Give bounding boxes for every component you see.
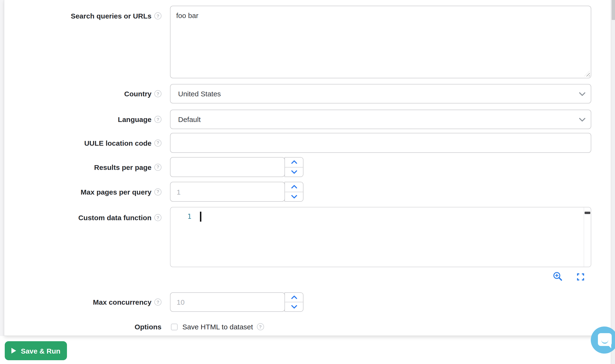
stepper-down-button[interactable] [285,192,303,201]
language-select-value: Default [178,115,201,123]
form-row-options: Options Save HTML to dataset ? [4,323,611,331]
save-and-run-label: Save & Run [21,347,61,355]
help-icon[interactable]: ? [154,116,161,123]
form-row-results-per-page: Results per page ? [4,157,611,177]
max-concurrency-stepper [284,292,304,312]
country-select[interactable]: United States [170,84,591,104]
help-glyph: ? [157,141,159,145]
chevron-down-icon [579,92,586,96]
save-and-run-button[interactable]: Save & Run [5,341,67,360]
stepper-down-button[interactable] [285,167,303,177]
form-row-search-queries: Search queries or URLs ? foo bar [4,6,611,78]
editor-scrollbar-thumb[interactable] [585,212,590,214]
code-editor[interactable]: 1 [170,207,591,267]
custom-data-function-label: Custom data function [78,214,151,222]
chat-bubble-tail [607,344,611,348]
help-glyph: ? [157,91,159,96]
max-pages-input[interactable] [170,182,285,202]
country-label: Country [124,90,151,98]
help-icon[interactable]: ? [154,139,161,146]
uule-input[interactable] [170,133,591,153]
form-row-max-pages: Max pages per query ? [4,182,611,202]
help-glyph: ? [157,14,159,18]
help-icon[interactable]: ? [154,188,161,195]
help-glyph: ? [157,215,159,220]
help-glyph: ? [157,190,159,194]
results-per-page-input[interactable] [170,157,285,177]
stepper-up-button[interactable] [285,293,303,302]
help-glyph: ? [259,325,262,329]
chevron-up-icon [291,295,297,299]
chat-launcher-button[interactable] [591,326,615,353]
chevron-down-icon [579,117,586,122]
language-select[interactable]: Default [170,110,591,129]
actor-input-page: Search queries or URLs ? foo bar Country… [0,0,615,364]
chevron-down-icon [291,305,297,309]
chat-smile-icon [601,339,608,343]
chevron-down-icon [291,195,297,199]
save-html-checkbox[interactable] [171,324,178,330]
search-queries-textarea[interactable]: foo bar [170,6,591,78]
editor-zoom-button[interactable] [553,272,563,282]
save-html-checkbox-label: Save HTML to dataset [182,323,253,331]
help-icon[interactable]: ? [154,299,161,306]
page-scrollbar-thumb[interactable] [612,0,615,20]
help-icon[interactable]: ? [257,323,264,330]
form-row-country: Country ? United States [4,84,611,104]
editor-scrollbar[interactable] [584,208,591,267]
form-row-language: Language ? Default [4,110,611,129]
uule-label: UULE location code [84,139,151,147]
chevron-up-icon [291,185,297,189]
results-per-page-label: Results per page [94,163,151,171]
form-row-max-concurrency: Max concurrency ? [4,292,611,312]
editor-fullscreen-button[interactable] [577,273,584,280]
help-icon[interactable]: ? [154,90,161,97]
stepper-up-button[interactable] [285,182,303,192]
help-icon[interactable]: ? [154,214,161,221]
stepper-up-button[interactable] [285,157,303,167]
editor-line-number: 1 [171,212,191,222]
max-concurrency-input[interactable] [170,292,285,312]
max-pages-stepper [284,182,304,202]
page-left-gutter [0,0,4,336]
page-scrollbar[interactable] [611,0,615,364]
form-row-custom-data-function: Custom data function ? 1 [4,207,611,282]
stepper-down-button[interactable] [285,302,303,311]
max-pages-label: Max pages per query [81,188,151,196]
chat-bubble-icon [598,333,612,346]
max-concurrency-label: Max concurrency [93,298,151,306]
form-row-uule: UULE location code ? [4,133,611,153]
help-glyph: ? [157,300,159,304]
chevron-down-icon [291,170,297,174]
help-glyph: ? [157,117,159,122]
actor-input-form-card: Search queries or URLs ? foo bar Country… [4,0,611,336]
help-glyph: ? [157,165,159,169]
fullscreen-icon [577,274,584,282]
chevron-up-icon [291,160,297,164]
help-icon[interactable]: ? [154,164,161,171]
search-queries-label: Search queries or URLs [71,12,151,20]
help-icon[interactable]: ? [154,12,161,19]
options-label: Options [135,323,161,331]
zoom-in-icon [553,276,563,283]
country-select-value: United States [178,90,221,98]
language-label: Language [118,115,151,123]
results-per-page-stepper [284,157,304,177]
editor-text-caret [200,212,201,222]
play-icon [11,348,16,353]
